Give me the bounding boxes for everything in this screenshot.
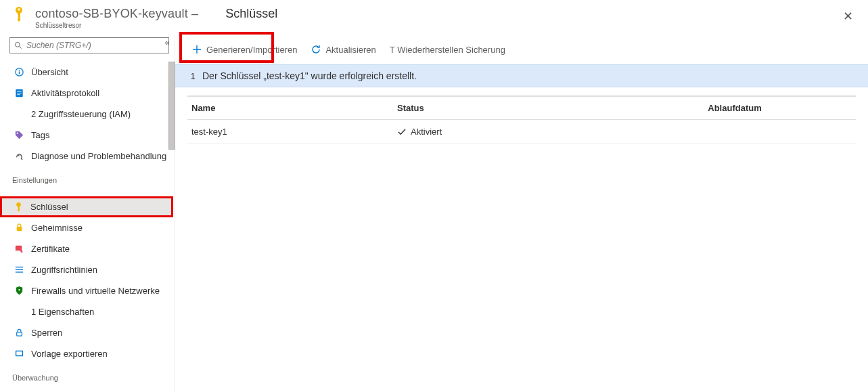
sidebar-item-label: Zugriffsrichtlinien <box>31 265 97 275</box>
diag-icon <box>12 151 26 161</box>
svg-rect-13 <box>15 269 22 270</box>
collapse-sidebar-button[interactable]: « <box>161 36 173 48</box>
chevron-left-icon: « <box>164 37 169 47</box>
svg-point-15 <box>18 289 20 290</box>
sidebar-item-info[interactable]: Übersicht <box>9 62 169 83</box>
svg-rect-4 <box>18 70 20 71</box>
sidebar-item-policy[interactable]: Zugriffsrichtlinien <box>9 259 169 280</box>
sidebar-item-fw[interactable]: Firewalls und virtuelle Netzwerke <box>9 280 169 301</box>
key-icon <box>12 202 25 212</box>
sidebar-item-label: 2 Zugriffssteuerung (IAM) <box>31 109 131 119</box>
secret-icon <box>12 223 26 233</box>
svg-rect-12 <box>15 267 22 267</box>
sidebar-group-settings: Einstellungen <box>12 176 169 184</box>
svg-rect-10 <box>16 227 22 232</box>
keys-table: Name Status Ablaufdatum test-key1Aktivie… <box>175 87 868 144</box>
generate-import-label: Generieren/Importieren <box>206 45 297 55</box>
resource-type: Schlüsseltresor <box>35 22 198 29</box>
sidebar-item-log[interactable]: Aktivitätsprotokoll <box>9 83 169 104</box>
sidebar-item-label: Geheimnisse <box>31 223 83 233</box>
search-input[interactable] <box>26 41 164 50</box>
policy-icon <box>12 265 26 275</box>
svg-rect-6 <box>17 91 22 92</box>
sidebar-item-diag[interactable]: Diagnose und Problembehandlung <box>9 146 169 167</box>
col-header-expiration[interactable]: Ablaufdatum <box>614 103 856 113</box>
sidebar-item-iam[interactable]: 2 Zugriffssteuerung (IAM) <box>9 104 169 125</box>
sidebar-item-label: Sperren <box>31 328 62 338</box>
toolbar: Generieren/Importieren Aktualisieren T W… <box>175 35 868 64</box>
sidebar-item-export[interactable]: Vorlage exportieren <box>9 343 169 364</box>
lock-icon <box>12 328 26 338</box>
sidebar-item-lock[interactable]: Sperren <box>9 322 169 343</box>
tag-icon <box>12 130 26 140</box>
sidebar-item-cert[interactable]: Zertifikate <box>9 238 169 259</box>
svg-rect-16 <box>16 332 22 336</box>
svg-rect-7 <box>17 93 22 93</box>
refresh-button[interactable]: Aktualisieren <box>305 39 381 60</box>
col-header-name[interactable]: Name <box>187 103 397 113</box>
table-header: Name Status Ablaufdatum <box>187 95 856 120</box>
sidebar-item-label: Vorlage exportieren <box>31 349 108 359</box>
header: contoso-SB-BYOK-keyvault – Schlüsseltres… <box>0 0 868 35</box>
log-icon <box>12 88 26 98</box>
sidebar-item-label: Diagnose und Problembehandlung <box>31 151 166 161</box>
generate-import-button[interactable]: Generieren/Importieren <box>186 39 302 60</box>
breadcrumb[interactable]: contoso-SB-BYOK-keyvault – <box>35 7 198 21</box>
table-row[interactable]: test-key1Aktiviert <box>187 120 856 144</box>
refresh-icon <box>311 44 321 55</box>
notification-count: 1 <box>187 71 198 81</box>
notification-text: Der Schlüssel „test-key1" wurde erfolgre… <box>202 70 417 81</box>
svg-rect-14 <box>15 271 22 272</box>
success-notification: 1 Der Schlüssel „test-key1" wurde erfolg… <box>175 64 868 87</box>
svg-point-0 <box>16 43 20 47</box>
sidebar-item-key[interactable]: Schlüssel <box>0 196 173 217</box>
sidebar-item-props[interactable]: 1 Eigenschaften <box>9 301 169 322</box>
sidebar-item-label: Schlüssel <box>30 202 68 212</box>
export-icon <box>12 349 26 359</box>
svg-rect-3 <box>18 72 20 74</box>
sidebar-item-secret[interactable]: Geheimnisse <box>9 217 169 238</box>
sidebar: « ÜbersichtAktivitätsprotokoll2 Zugriffs… <box>0 35 175 392</box>
sidebar-item-label: Zertifikate <box>31 244 70 254</box>
sidebar-item-label: Tags <box>31 130 49 140</box>
sidebar-search[interactable] <box>9 37 169 53</box>
sidebar-item-label: Übersicht <box>31 67 68 77</box>
sidebar-item-label: 1 Eigenschaften <box>31 307 94 317</box>
sidebar-item-tag[interactable]: Tags <box>9 125 169 146</box>
page-title: Schlüssel <box>225 7 277 21</box>
svg-rect-11 <box>15 246 21 251</box>
col-header-status[interactable]: Status <box>397 103 614 113</box>
cell-name: test-key1 <box>187 127 397 137</box>
info-icon <box>12 67 26 77</box>
restore-backup-label: T Wiederherstellen Sicherung <box>390 45 505 55</box>
restore-backup-button[interactable]: T Wiederherstellen Sicherung <box>384 39 511 60</box>
main-panel: Generieren/Importieren Aktualisieren T W… <box>175 35 868 392</box>
sidebar-item-label: Aktivitätsprotokoll <box>31 88 99 98</box>
cell-status: Aktiviert <box>397 127 614 137</box>
plus-icon <box>191 44 202 55</box>
sidebar-item-label: Firewalls und virtuelle Netzwerke <box>31 286 160 296</box>
sidebar-scrollbar[interactable] <box>168 62 175 150</box>
key-vault-icon <box>11 7 27 22</box>
sidebar-group-monitoring: Überwachung <box>12 374 169 382</box>
svg-point-9 <box>16 133 18 134</box>
check-icon <box>397 127 407 137</box>
svg-rect-18 <box>16 351 22 355</box>
search-icon <box>14 41 22 49</box>
svg-line-1 <box>20 47 22 49</box>
svg-rect-8 <box>17 94 20 95</box>
close-icon: ✕ <box>843 9 853 24</box>
close-button[interactable]: ✕ <box>838 7 857 26</box>
cert-icon <box>12 244 26 254</box>
fw-icon <box>12 286 26 296</box>
refresh-label: Aktualisieren <box>325 45 375 55</box>
